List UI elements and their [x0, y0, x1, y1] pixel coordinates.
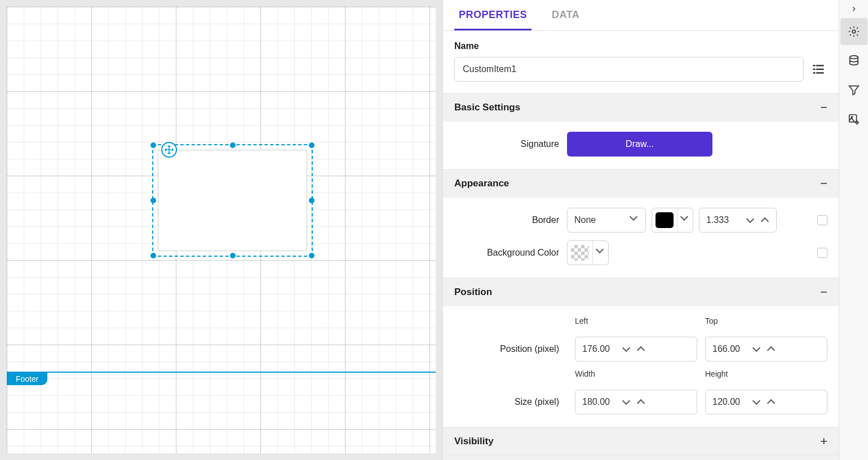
- section-miscellaneous[interactable]: Miscellaneous +: [443, 455, 839, 460]
- section-title: Position: [454, 287, 492, 298]
- bgcolor-checkbox[interactable]: [817, 248, 827, 258]
- draw-button[interactable]: Draw...: [567, 132, 712, 157]
- resize-handle-bm[interactable]: [230, 253, 236, 258]
- color-swatch: [571, 245, 589, 261]
- width-value[interactable]: [575, 397, 621, 407]
- resize-handle-bl[interactable]: [150, 253, 156, 258]
- border-width-input[interactable]: [699, 208, 777, 233]
- chevron-down-icon[interactable]: [751, 345, 762, 353]
- section-divider: [7, 372, 436, 373]
- border-label: Border: [454, 215, 567, 225]
- name-label: Name: [454, 41, 827, 51]
- collapse-icon: −: [820, 285, 827, 300]
- properties-panel: PROPERTIES DATA Name Basic Settings − Si…: [442, 0, 839, 460]
- collapse-icon: −: [820, 100, 827, 115]
- chevron-up-icon[interactable]: [635, 345, 646, 353]
- name-input[interactable]: [454, 57, 804, 82]
- section-appearance[interactable]: Appearance −: [443, 169, 839, 198]
- position-top-input[interactable]: [705, 337, 827, 361]
- position-left-input[interactable]: [575, 337, 697, 361]
- name-list-button[interactable]: [809, 60, 827, 78]
- chevron-up-icon[interactable]: [765, 398, 777, 406]
- tab-data[interactable]: DATA: [547, 1, 584, 30]
- section-position[interactable]: Position −: [443, 278, 839, 306]
- chevron-down-icon: [597, 249, 605, 257]
- section-visibility[interactable]: Visibility +: [443, 427, 839, 455]
- size-width-input[interactable]: [575, 390, 697, 414]
- gear-icon: [848, 25, 860, 38]
- border-width-value[interactable]: [699, 215, 745, 225]
- chevron-down-icon[interactable]: [621, 345, 632, 353]
- svg-point-0: [852, 30, 856, 33]
- size-height-input[interactable]: [705, 390, 827, 414]
- svg-point-4: [856, 122, 858, 124]
- height-label: Height: [705, 369, 827, 378]
- move-handle[interactable]: [161, 142, 177, 158]
- top-value[interactable]: [706, 344, 751, 354]
- resize-handle-br[interactable]: [309, 253, 315, 258]
- border-color-picker[interactable]: [652, 208, 693, 233]
- svg-point-1: [849, 56, 858, 59]
- signature-label: Signature: [454, 139, 567, 149]
- rail-settings-button[interactable]: [840, 18, 867, 45]
- collapse-icon: −: [820, 176, 827, 191]
- section-title: Basic Settings: [454, 102, 520, 113]
- list-icon: [811, 62, 826, 77]
- height-value[interactable]: [706, 397, 751, 407]
- section-title: Appearance: [454, 178, 509, 189]
- color-swatch: [656, 212, 674, 228]
- chevron-down-icon: [681, 216, 689, 224]
- chevron-up-icon[interactable]: [635, 398, 646, 406]
- image-settings-icon: [848, 113, 860, 126]
- chevron-right-icon: [850, 5, 858, 13]
- selected-element-inner: [158, 150, 307, 251]
- rail-database-button[interactable]: [840, 47, 867, 74]
- design-canvas[interactable]: Footer: [0, 0, 442, 460]
- collapse-panel-button[interactable]: [839, 2, 868, 16]
- rail-image-settings-button[interactable]: [840, 106, 867, 133]
- border-style-dropdown[interactable]: None: [567, 208, 646, 233]
- border-checkbox[interactable]: [817, 215, 827, 225]
- chevron-down-icon[interactable]: [751, 398, 762, 406]
- resize-handle-ml[interactable]: [150, 198, 156, 203]
- panel-tabs: PROPERTIES DATA: [443, 0, 839, 31]
- move-icon: [164, 145, 174, 155]
- resize-handle-tr[interactable]: [309, 142, 315, 148]
- svg-rect-2: [849, 115, 856, 122]
- filter-icon: [848, 84, 860, 96]
- chevron-up-icon[interactable]: [759, 216, 770, 224]
- width-label: Width: [575, 369, 697, 378]
- selected-element[interactable]: [152, 144, 313, 257]
- chevron-down-icon: [631, 216, 639, 224]
- resize-handle-tl[interactable]: [150, 142, 156, 148]
- resize-handle-tm[interactable]: [230, 142, 236, 148]
- left-label: Left: [575, 316, 697, 325]
- resize-handle-mr[interactable]: [309, 198, 315, 203]
- section-title: Visibility: [454, 436, 494, 447]
- left-value[interactable]: [575, 344, 621, 354]
- size-label: Size (pixel): [454, 397, 567, 407]
- bgcolor-label: Background Color: [454, 248, 567, 258]
- position-label: Position (pixel): [454, 344, 567, 354]
- chevron-up-icon[interactable]: [765, 345, 777, 353]
- top-label: Top: [705, 316, 827, 325]
- border-style-value: None: [574, 215, 596, 225]
- right-icon-rail: [839, 0, 868, 460]
- rail-filter-button[interactable]: [840, 77, 867, 104]
- expand-icon: +: [820, 434, 827, 449]
- chevron-down-icon[interactable]: [621, 398, 632, 406]
- footer-section-label[interactable]: Footer: [7, 373, 47, 385]
- tab-properties[interactable]: PROPERTIES: [454, 1, 532, 30]
- database-icon: [848, 55, 860, 67]
- bgcolor-picker[interactable]: [567, 240, 609, 265]
- chevron-down-icon[interactable]: [745, 216, 756, 224]
- section-basic-settings[interactable]: Basic Settings −: [443, 93, 839, 122]
